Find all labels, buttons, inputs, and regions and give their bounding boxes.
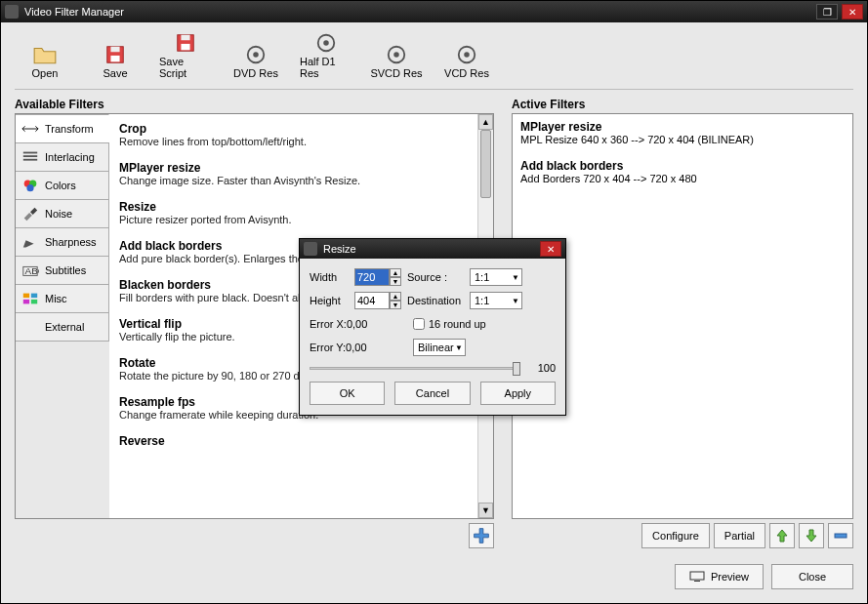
destination-label: Destination: [407, 295, 470, 306]
category-label: Colors: [45, 180, 76, 191]
category-tabs: TransformInterlacingColorsNoiseSharpness…: [16, 114, 109, 518]
resize-dialog: Resize ✕ Width ▲▼ Source : 1:1▼ Height ▲…: [299, 238, 566, 416]
toolbar-label: VCD Res: [444, 67, 489, 79]
scroll-up-button[interactable]: ▲: [478, 114, 493, 130]
save-script-tool[interactable]: Save Script: [159, 32, 212, 79]
toolbar-label: Save Script: [159, 56, 212, 79]
toolbar-label: DVD Res: [233, 67, 278, 79]
resize-dialog-title: Resize: [323, 243, 540, 255]
monitor-icon: [689, 571, 705, 583]
error-x-label: Error X:0,00: [310, 318, 407, 330]
width-spin-up[interactable]: ▲: [390, 268, 401, 277]
remove-filter-button[interactable]: [828, 523, 853, 548]
filter-name: Reverse: [119, 434, 470, 448]
svg-rect-15: [23, 155, 37, 157]
svg-point-19: [26, 184, 33, 191]
resize-ok-button[interactable]: OK: [310, 382, 385, 405]
svg-rect-16: [23, 159, 37, 161]
category-tab-subtitles[interactable]: ABCSubtitles: [16, 256, 109, 285]
category-label: Transform: [45, 123, 94, 135]
resize-close-button[interactable]: ✕: [540, 241, 561, 257]
resize-slider[interactable]: [310, 362, 520, 374]
dialog-icon: [304, 242, 317, 256]
vcd-res-tool[interactable]: VCD Res: [440, 44, 493, 79]
close-window-button[interactable]: ✕: [842, 4, 863, 20]
resize-cancel-button[interactable]: Cancel: [394, 382, 470, 405]
svg-rect-23: [31, 294, 37, 299]
destination-ratio-select[interactable]: 1:1▼: [470, 292, 522, 309]
category-tab-external[interactable]: External: [16, 312, 109, 342]
category-label: Subtitles: [45, 264, 86, 276]
add-filter-button[interactable]: [469, 523, 494, 548]
active-filter-desc: Add Borders 720 x 404 --> 720 x 480: [520, 173, 845, 184]
close-button[interactable]: Close: [771, 564, 853, 589]
active-filter-item[interactable]: Add black bordersAdd Borders 720 x 404 -…: [520, 159, 845, 184]
height-spin-up[interactable]: ▲: [390, 292, 401, 301]
roundup-input[interactable]: [413, 318, 425, 330]
svg-point-9: [323, 40, 329, 46]
dvd-res-tool[interactable]: DVD Res: [229, 44, 282, 79]
filter-item[interactable]: MPlayer resizeChange image size. Faster …: [119, 161, 470, 186]
source-ratio-select[interactable]: 1:1▼: [470, 268, 522, 286]
svg-rect-22: [23, 294, 29, 299]
svg-point-13: [464, 52, 470, 58]
method-select[interactable]: Bilinear▼: [413, 339, 466, 356]
partial-button[interactable]: Partial: [714, 523, 765, 548]
svcd-res-tool[interactable]: SVCD Res: [370, 44, 423, 79]
filter-item[interactable]: Reverse: [119, 434, 470, 448]
svg-rect-2: [110, 56, 119, 61]
slider-value: 100: [526, 362, 556, 374]
svg-rect-5: [181, 44, 189, 50]
preview-button[interactable]: Preview: [675, 564, 764, 589]
category-label: Noise: [45, 208, 72, 220]
filter-name: Resize: [119, 200, 470, 214]
width-input[interactable]: [354, 268, 390, 286]
move-down-button[interactable]: [799, 523, 824, 548]
active-filter-desc: MPL Resize 640 x 360 --> 720 x 404 (BILI…: [520, 134, 845, 145]
filter-name: MPlayer resize: [119, 161, 470, 175]
category-tab-sharpness[interactable]: Sharpness: [16, 227, 109, 257]
toolbar-label: Open: [32, 67, 59, 79]
window-title: Video Filter Manager: [24, 6, 816, 18]
configure-button[interactable]: Configure: [641, 523, 710, 548]
toolbar-label: Save: [103, 67, 127, 79]
minus-icon: [833, 528, 848, 544]
save-tool[interactable]: Save: [89, 44, 142, 79]
category-tab-noise[interactable]: Noise: [16, 199, 109, 228]
filter-item[interactable]: CropRemove lines from top/bottom/left/ri…: [119, 122, 470, 147]
scroll-thumb[interactable]: [480, 130, 491, 198]
filter-desc: Change image size. Faster than Avisynth'…: [119, 175, 470, 186]
close-label: Close: [799, 571, 826, 583]
height-input[interactable]: [354, 292, 390, 309]
height-spin-down[interactable]: ▼: [390, 301, 401, 309]
category-tab-interlacing[interactable]: Interlacing: [16, 142, 109, 172]
category-label: Sharpness: [45, 236, 97, 248]
half-d1-res-tool[interactable]: Half D1 Res: [300, 32, 352, 79]
filter-name: Crop: [119, 122, 470, 136]
scroll-down-button[interactable]: ▼: [478, 503, 493, 518]
separator: [15, 89, 853, 90]
maximize-button[interactable]: ❐: [816, 4, 838, 20]
svg-rect-25: [31, 300, 37, 304]
bottom-buttons: Preview Close: [1, 556, 867, 603]
chevron-down-icon: ▼: [455, 343, 463, 352]
filter-item[interactable]: ResizePicture resizer ported from Avisyn…: [119, 200, 470, 225]
width-spin-down[interactable]: ▼: [390, 277, 401, 286]
category-tab-colors[interactable]: Colors: [16, 171, 109, 200]
category-tab-misc[interactable]: Misc: [16, 284, 109, 313]
svg-point-7: [253, 52, 259, 58]
resize-apply-button[interactable]: Apply: [480, 382, 556, 405]
active-filter-item[interactable]: MPlayer resizeMPL Resize 640 x 360 --> 7…: [520, 120, 845, 145]
roundup-checkbox[interactable]: 16 round up: [413, 318, 486, 330]
move-up-button[interactable]: [769, 523, 795, 548]
plus-icon: [470, 525, 493, 546]
open-tool[interactable]: Open: [19, 44, 71, 79]
svg-rect-26: [835, 534, 847, 538]
preview-label: Preview: [711, 571, 749, 583]
svg-text:ABC: ABC: [25, 265, 39, 276]
category-tab-transform[interactable]: Transform: [16, 114, 109, 143]
svg-rect-14: [23, 152, 37, 154]
svg-rect-28: [694, 581, 700, 582]
error-y-label: Error Y:0,00: [310, 342, 407, 353]
slider-thumb[interactable]: [513, 362, 520, 376]
